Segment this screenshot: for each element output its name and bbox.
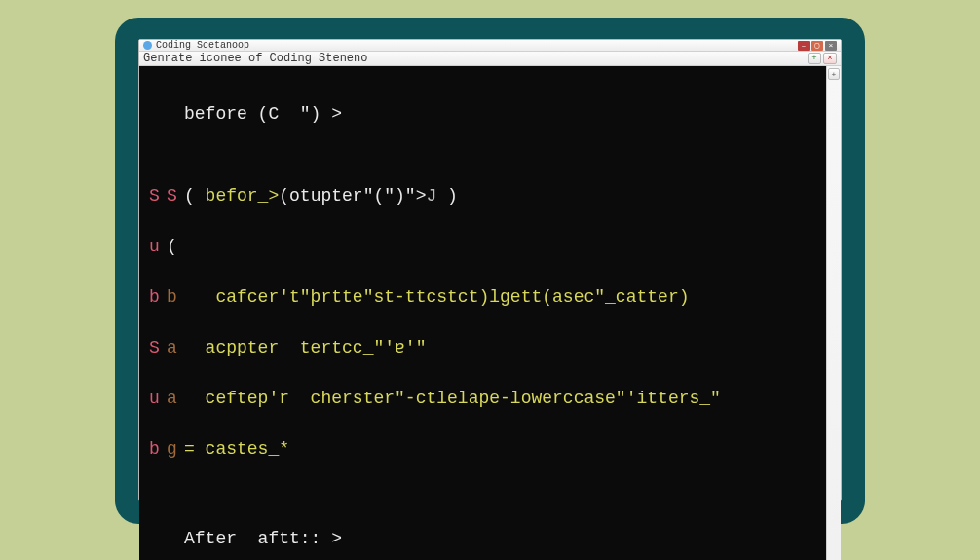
code-line: before (C ") > (184, 101, 818, 127)
gutter2: a (167, 335, 184, 360)
gutter2: b (167, 284, 184, 310)
code-line: = castes_* (184, 436, 818, 462)
title-controls: – ▢ × (798, 41, 837, 51)
window-close-button[interactable]: × (825, 41, 837, 51)
scroll-up-button[interactable]: + (828, 68, 840, 80)
window-minimize-button[interactable]: – (798, 41, 810, 51)
code-line: After aftt:: > (184, 526, 818, 551)
code-line: acppter tertcc_"'ɐ'" (184, 335, 818, 360)
tab-add-button[interactable]: + (808, 53, 821, 64)
gutter2: a (167, 386, 184, 411)
code-line: cafcer't"þrtte"st-ttcstct)lgett(asec"_ca… (184, 284, 818, 310)
window-title: Coding Scetanoop (156, 40, 249, 51)
window-maximize-button[interactable]: ▢ (811, 41, 823, 51)
toolbar: Genrate iconee of Coding Steneno + × (139, 52, 841, 66)
favicon-dot (143, 41, 152, 50)
gutter2: g (167, 436, 184, 462)
toolbar-subtitle: Genrate iconee of Coding Steneno (143, 52, 808, 65)
gutter2: S (167, 183, 184, 208)
gutter2: ( (167, 234, 184, 259)
code-editor[interactable]: before (C ") > SS( befor_>(otupter"(")">… (139, 66, 826, 560)
window: Coding Scetanoop – ▢ × Genrate iconee of… (138, 39, 842, 501)
code-line: ceftep'r cherster"-ctlelape-lowerccase"'… (184, 386, 818, 411)
gutter1: u (149, 234, 167, 259)
monitor-frame: Coding Scetanoop – ▢ × Genrate iconee of… (115, 18, 865, 524)
gutter1: S (149, 183, 167, 208)
titlebar: Coding Scetanoop – ▢ × (139, 40, 841, 52)
gutter1: S (149, 335, 167, 360)
client-area: before (C ") > SS( befor_>(otupter"(")">… (139, 66, 841, 560)
gutter1: b (149, 436, 167, 462)
gutter1: b (149, 284, 167, 310)
code-line (184, 234, 818, 259)
vertical-scrollbar[interactable]: + ▾ 08 (826, 66, 841, 560)
code-line: ( befor_>(otupter"(")">J ) (184, 183, 818, 208)
tab-close-button[interactable]: × (823, 53, 837, 64)
gutter1: u (149, 386, 167, 411)
